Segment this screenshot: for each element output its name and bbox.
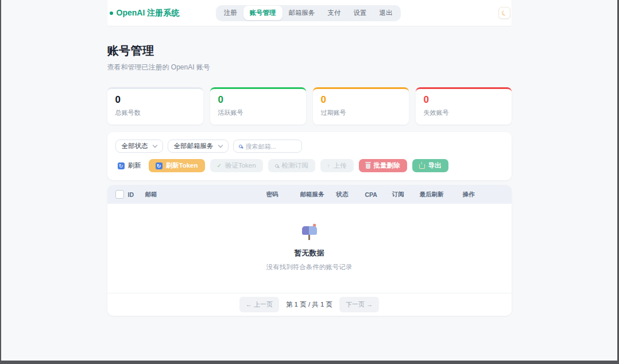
stats-row: 0 总账号数 0 活跃账号 0 过期账号 0 失效账号 xyxy=(107,87,512,125)
crescent-moon-icon: ☾ xyxy=(500,9,508,17)
batch-delete-button[interactable]: 批量删除 xyxy=(359,159,407,172)
app-window: OpenAI 注册系统 注册 账号管理 邮箱服务 支付 设置 退出 ☾ 账号管理… xyxy=(1,0,617,361)
column-header-email-service: 邮箱服务 xyxy=(300,191,336,199)
check-icon: ✓ xyxy=(217,162,222,169)
stat-card-failed: 0 失效账号 xyxy=(416,87,512,125)
download-tray-icon xyxy=(419,164,425,169)
empty-state-subtitle: 没有找到符合条件的账号记录 xyxy=(266,263,353,272)
refresh-label: 刷新 xyxy=(128,161,141,170)
stat-card-total: 0 总账号数 xyxy=(107,87,203,125)
empty-state: 暂无数据 没有找到符合条件的账号记录 xyxy=(107,204,512,293)
email-service-filter-value: 全部邮箱服务 xyxy=(174,142,214,150)
empty-state-title: 暂无数据 xyxy=(295,248,324,258)
app-logo: OpenAI 注册系统 xyxy=(110,8,180,18)
column-header-actions: 操作 xyxy=(463,191,512,199)
stat-value-expired: 0 xyxy=(321,94,401,106)
email-service-filter-select[interactable]: 全部邮箱服务 xyxy=(168,140,229,153)
accounts-table: ID 邮箱 密码 邮箱服务 状态 CPA 订阅 最后刷新 操作 暂无数据 没有找… xyxy=(107,185,512,316)
page-heading: 账号管理 查看和管理已注册的 OpenAI 账号 xyxy=(107,43,512,72)
batch-delete-label: 批量删除 xyxy=(374,161,400,170)
upload-label: 上传 xyxy=(334,161,347,170)
nav-tab-settings[interactable]: 设置 xyxy=(347,6,373,20)
search-icon xyxy=(239,145,242,148)
status-filter-value: 全部状态 xyxy=(122,142,148,150)
stat-label-active: 活跃账号 xyxy=(218,109,298,117)
column-header-cpa: CPA xyxy=(365,191,392,198)
check-subscription-label: 检测订阅 xyxy=(282,161,308,170)
theme-toggle-button[interactable]: ☾ xyxy=(498,7,510,19)
search-input[interactable] xyxy=(246,143,296,150)
nav-tab-email-service[interactable]: 邮箱服务 xyxy=(283,6,322,20)
refresh-token-label: 刷新Token xyxy=(166,161,198,170)
upload-button[interactable]: ↑ 上传 xyxy=(320,159,354,172)
stat-card-active: 0 活跃账号 xyxy=(210,87,306,125)
main-nav: 注册 账号管理 邮箱服务 支付 设置 退出 xyxy=(216,5,401,21)
filter-panel: 全部状态 全部邮箱服务 ↻ 刷新 ↻ 刷 xyxy=(107,132,512,180)
stat-label-expired: 过期账号 xyxy=(321,109,401,117)
next-page-button[interactable]: 下一页 → xyxy=(339,297,379,312)
export-button[interactable]: 导出 xyxy=(412,159,448,172)
check-subscription-button[interactable]: 检测订阅 xyxy=(268,159,315,172)
column-header-password: 密码 xyxy=(266,191,300,199)
mailbox-icon xyxy=(301,225,318,241)
page-subtitle: 查看和管理已注册的 OpenAI 账号 xyxy=(107,63,512,72)
stat-value-failed: 0 xyxy=(424,94,504,106)
logo-dot-icon xyxy=(110,11,113,15)
refresh-icon: ↻ xyxy=(118,162,125,169)
stat-value-active: 0 xyxy=(218,94,298,106)
status-filter-select[interactable]: 全部状态 xyxy=(115,140,163,153)
nav-tab-logout[interactable]: 退出 xyxy=(373,6,399,20)
export-label: 导出 xyxy=(428,161,442,170)
page-info: 第 1 页 / 共 1 页 xyxy=(286,300,332,309)
trash-icon xyxy=(366,164,370,169)
stat-label-total: 总账号数 xyxy=(115,109,195,117)
prev-page-button[interactable]: ← 上一页 xyxy=(239,297,279,312)
actions-toolbar: ↻ 刷新 ↻ 刷新Token ✓ 验证Token 检测订阅 ↑ 上传 xyxy=(115,159,504,172)
magnifier-icon xyxy=(275,164,278,168)
app-title: OpenAI 注册系统 xyxy=(117,8,180,18)
stat-card-expired: 0 过期账号 xyxy=(313,87,409,125)
table-header-row: ID 邮箱 密码 邮箱服务 状态 CPA 订阅 最后刷新 操作 xyxy=(107,185,512,204)
nav-tab-payment[interactable]: 支付 xyxy=(322,6,347,20)
verify-token-button[interactable]: ✓ 验证Token xyxy=(210,159,263,172)
column-header-status: 状态 xyxy=(336,191,365,199)
refresh-token-button[interactable]: ↻ 刷新Token xyxy=(149,159,205,172)
pagination: ← 上一页 第 1 页 / 共 1 页 下一页 → xyxy=(107,293,512,316)
column-header-email: 邮箱 xyxy=(145,191,266,199)
column-header-subscription: 订阅 xyxy=(392,191,420,199)
nav-tab-account-management[interactable]: 账号管理 xyxy=(243,6,283,20)
stat-value-total: 0 xyxy=(115,94,195,106)
select-all-checkbox[interactable] xyxy=(115,190,124,199)
chevron-down-icon xyxy=(218,143,222,148)
column-header-id: ID xyxy=(128,191,145,198)
page-title: 账号管理 xyxy=(107,43,512,59)
verify-token-label: 验证Token xyxy=(225,161,256,170)
chevron-down-icon xyxy=(152,143,157,148)
stat-label-failed: 失效账号 xyxy=(424,109,504,117)
email-search-box[interactable] xyxy=(233,140,302,153)
refresh-icon: ↻ xyxy=(156,162,163,169)
upload-icon: ↑ xyxy=(327,163,330,169)
refresh-button[interactable]: ↻ 刷新 xyxy=(115,159,144,172)
nav-tab-register[interactable]: 注册 xyxy=(218,6,243,20)
top-navigation-bar: OpenAI 注册系统 注册 账号管理 邮箱服务 支付 设置 退出 ☾ xyxy=(107,0,512,26)
column-header-last-refresh: 最后刷新 xyxy=(420,191,463,199)
